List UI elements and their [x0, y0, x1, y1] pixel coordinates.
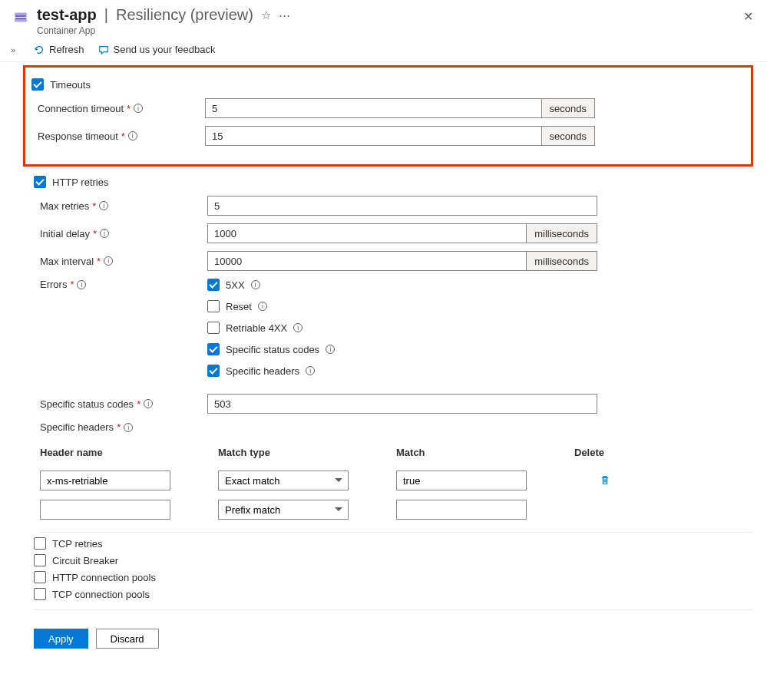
- connection-timeout-input[interactable]: [205, 98, 542, 118]
- match-value-input[interactable]: [396, 471, 527, 490]
- initial-delay-label: Initial delay: [40, 228, 90, 239]
- specific-codes-row: Specific status codes * i: [34, 394, 753, 414]
- initial-delay-unit: milliseconds: [527, 223, 597, 243]
- table-row: Prefix match: [40, 495, 753, 524]
- errors-options: 5XX i Reset i Retriable 4XX i Specific s…: [207, 279, 335, 386]
- table-header: Header name Match type Match Delete: [40, 442, 753, 466]
- feedback-icon: [98, 45, 109, 55]
- http-retries-label: HTTP retries: [52, 177, 108, 188]
- error-retriable-4xx-checkbox[interactable]: [207, 322, 220, 334]
- more-menu-icon[interactable]: ⋯: [279, 8, 290, 22]
- delete-row-button[interactable]: [574, 474, 636, 487]
- circuit-breaker-checkbox[interactable]: [34, 554, 46, 566]
- app-name: test-app: [37, 6, 97, 24]
- info-icon[interactable]: i: [124, 423, 133, 432]
- info-icon[interactable]: i: [77, 280, 86, 289]
- specific-headers-label: Specific headers: [40, 421, 114, 433]
- info-icon[interactable]: i: [293, 323, 303, 332]
- title-separator: |: [104, 6, 108, 24]
- connection-timeout-label: Connection timeout: [38, 103, 124, 114]
- error-5xx-option[interactable]: 5XX i: [207, 279, 335, 291]
- circuit-breaker-section-toggle[interactable]: Circuit Breaker: [34, 554, 753, 566]
- form-content: Timeouts Connection timeout * i seconds …: [0, 65, 767, 662]
- match-value-input[interactable]: [396, 500, 527, 520]
- error-specific-codes-option[interactable]: Specific status codes i: [207, 343, 335, 355]
- required-indicator: *: [127, 103, 131, 114]
- page-header: test-app | Resiliency (preview) ☆ ⋯ Cont…: [0, 0, 767, 39]
- error-specific-headers-option[interactable]: Specific headers i: [207, 365, 335, 377]
- http-retries-checkbox[interactable]: [34, 176, 46, 188]
- info-icon[interactable]: i: [258, 302, 267, 311]
- max-interval-label: Max interval: [40, 256, 94, 267]
- timeouts-checkbox[interactable]: [31, 78, 44, 91]
- feedback-button[interactable]: Send us your feedback: [98, 44, 216, 55]
- favorite-star-icon[interactable]: ☆: [261, 8, 271, 22]
- refresh-button[interactable]: Refresh: [34, 44, 84, 55]
- header-name-input[interactable]: [40, 500, 170, 520]
- apply-button[interactable]: Apply: [34, 629, 88, 649]
- footer-actions: Apply Discard: [34, 619, 753, 649]
- max-retries-label: Max retries: [40, 200, 89, 212]
- initial-delay-row: Initial delay * i milliseconds: [34, 223, 753, 243]
- errors-label: Errors: [40, 279, 67, 290]
- table-row: Exact match: [40, 466, 753, 495]
- col-header-match-type: Match type: [218, 447, 387, 458]
- info-icon[interactable]: i: [104, 256, 113, 266]
- error-reset-checkbox[interactable]: [207, 300, 220, 312]
- max-interval-input[interactable]: [207, 251, 527, 271]
- discard-button[interactable]: Discard: [96, 629, 159, 649]
- header-name-input[interactable]: [40, 471, 170, 490]
- title-block: test-app | Resiliency (preview) ☆ ⋯ Cont…: [37, 6, 290, 36]
- tcp-pools-checkbox[interactable]: [34, 588, 46, 600]
- footer-separator: [34, 609, 753, 610]
- expand-chevron-icon[interactable]: »: [11, 45, 15, 54]
- info-icon[interactable]: i: [251, 280, 260, 289]
- page-title: Resiliency (preview): [116, 6, 253, 24]
- http-retries-section-toggle[interactable]: HTTP retries: [34, 176, 753, 188]
- initial-delay-input[interactable]: [207, 223, 527, 243]
- col-header-name: Header name: [40, 447, 209, 458]
- info-icon[interactable]: i: [128, 131, 137, 140]
- info-icon[interactable]: i: [144, 399, 153, 408]
- error-5xx-checkbox[interactable]: [207, 279, 220, 291]
- timeouts-label: Timeouts: [50, 79, 91, 91]
- tcp-pools-section-toggle[interactable]: TCP connection pools: [34, 588, 753, 600]
- error-specific-codes-checkbox[interactable]: [207, 343, 220, 355]
- trash-icon: [600, 474, 610, 485]
- timeouts-section-toggle[interactable]: Timeouts: [31, 78, 742, 91]
- http-pools-checkbox[interactable]: [34, 571, 46, 583]
- resource-type: Container App: [37, 25, 290, 36]
- connection-timeout-unit: seconds: [542, 98, 595, 118]
- connection-timeout-row: Connection timeout * i seconds: [31, 98, 742, 118]
- close-icon[interactable]: ✕: [743, 9, 753, 24]
- col-header-delete: Delete: [574, 447, 636, 458]
- specific-headers-row: Specific headers * i: [34, 421, 753, 433]
- refresh-icon: [34, 45, 45, 55]
- response-timeout-input[interactable]: [205, 126, 542, 146]
- info-icon[interactable]: i: [326, 345, 335, 354]
- timeouts-highlight: Timeouts Connection timeout * i seconds …: [23, 65, 753, 167]
- info-icon[interactable]: i: [306, 366, 315, 375]
- match-type-select[interactable]: Exact match: [218, 471, 349, 490]
- max-interval-row: Max interval * i milliseconds: [34, 251, 753, 271]
- command-bar: » Refresh Send us your feedback: [0, 39, 767, 62]
- tcp-retries-section-toggle[interactable]: TCP retries: [34, 537, 753, 550]
- error-specific-headers-checkbox[interactable]: [207, 365, 220, 377]
- required-indicator: *: [121, 130, 125, 142]
- max-retries-input[interactable]: [207, 196, 597, 216]
- info-icon[interactable]: i: [134, 104, 143, 113]
- error-reset-option[interactable]: Reset i: [207, 300, 335, 312]
- error-retriable-4xx-option[interactable]: Retriable 4XX i: [207, 322, 335, 334]
- specific-codes-input[interactable]: [207, 394, 597, 414]
- match-type-select[interactable]: Prefix match: [218, 500, 349, 520]
- specific-codes-label: Specific status codes: [40, 398, 134, 410]
- col-header-match: Match: [396, 447, 565, 458]
- container-app-icon: [12, 9, 29, 26]
- errors-row: Errors * i 5XX i Reset i Retriable 4XX i: [34, 279, 753, 386]
- max-interval-unit: milliseconds: [527, 251, 597, 271]
- info-icon[interactable]: i: [99, 201, 108, 210]
- info-icon[interactable]: i: [100, 229, 109, 238]
- tcp-retries-checkbox[interactable]: [34, 537, 46, 550]
- http-pools-section-toggle[interactable]: HTTP connection pools: [34, 571, 753, 583]
- response-timeout-label: Response timeout: [38, 130, 118, 142]
